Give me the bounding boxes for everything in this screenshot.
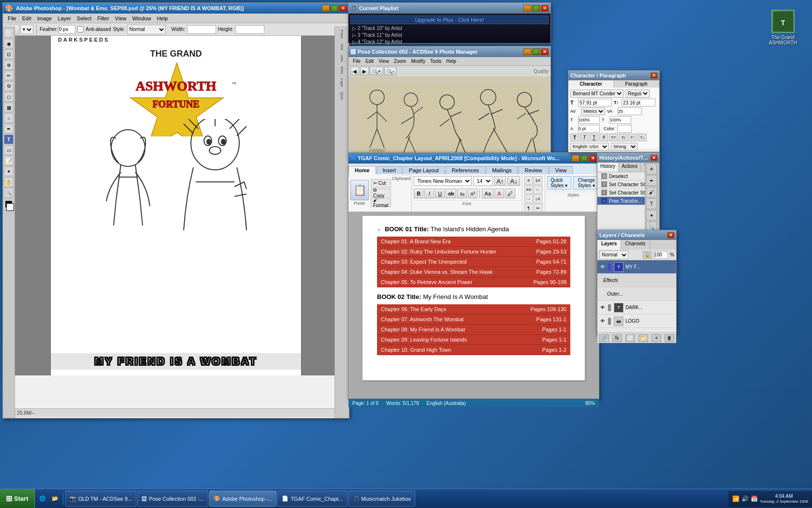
- word-indent-inc-btn[interactable]: →: [524, 194, 533, 203]
- ps-tool-brush2[interactable]: 🖌: [646, 187, 657, 197]
- acdsee-btn-zoom-in[interactable]: 🔍+: [370, 67, 383, 75]
- taskbar-item-photoshop[interactable]: 🎨 Adobe Photoshop -...: [209, 491, 276, 507]
- ps-side-info[interactable]: Info: [340, 55, 344, 61]
- ps-menu-file[interactable]: File: [5, 15, 19, 22]
- system-clock[interactable]: 4:04 AM Tuesday, 2 September 2008: [760, 493, 808, 504]
- start-button[interactable]: ⊞ Start: [0, 489, 35, 508]
- acdsee-btn-back[interactable]: ◀: [350, 67, 359, 75]
- layers-titlebar[interactable]: Layers / Channels ✕: [597, 230, 676, 240]
- photoshop-maximize-btn[interactable]: □: [331, 5, 338, 12]
- ps-menu-filter[interactable]: Filter: [94, 15, 112, 22]
- acdsee-menu-view[interactable]: View: [376, 58, 392, 64]
- ps-side-quic[interactable]: Quic: [340, 92, 344, 100]
- layers-close-btn[interactable]: ✕: [667, 232, 674, 238]
- word-subscript-btn[interactable]: x₂: [457, 189, 467, 198]
- tray-network-icon[interactable]: 📶: [732, 495, 740, 502]
- music-maximize-btn[interactable]: □: [532, 5, 540, 12]
- word-shrink-btn[interactable]: A↓: [508, 176, 520, 186]
- layers-delete-btn[interactable]: 🗑: [665, 334, 674, 342]
- ps-tool-hand[interactable]: ✋: [4, 177, 14, 187]
- layers-folder-btn[interactable]: 📁: [638, 334, 648, 342]
- layers-opacity-input[interactable]: [653, 251, 668, 259]
- ps-menu-edit[interactable]: Edit: [19, 15, 34, 22]
- acdsee-titlebar[interactable]: 🖼 Pose Collection 002 - ACDSee 9 Photo M…: [348, 46, 551, 57]
- ps-tool-zoom[interactable]: 🔍: [4, 188, 14, 197]
- music-track-2[interactable]: ▷ 2 "Track 10" by Artist: [350, 25, 549, 31]
- ps-tool-dodge[interactable]: ○: [4, 113, 14, 123]
- ps-side-func[interactable]: Func: [340, 30, 344, 39]
- ps-menu-select[interactable]: Select: [74, 15, 95, 22]
- ps-side-laye[interactable]: Laye: [340, 78, 344, 87]
- ps-tool-heal[interactable]: ⊕: [4, 60, 14, 70]
- history-titlebar[interactable]: History/Actions/Tools ✕: [597, 153, 659, 163]
- layer-eye-myf[interactable]: 👁: [599, 264, 606, 270]
- photoshop-close-btn[interactable]: ✕: [339, 5, 347, 12]
- char-underline-btn[interactable]: T: [590, 134, 598, 141]
- word-titlebar[interactable]: W TGAF Comic_Chapter Layout_APRIL2008 [C…: [348, 153, 599, 164]
- word-tab-view[interactable]: View: [549, 166, 573, 174]
- word-clearformat-btn[interactable]: Aa: [482, 189, 493, 198]
- char-tracking-input[interactable]: [618, 107, 642, 115]
- character-close-btn[interactable]: ✕: [651, 73, 657, 78]
- word-superscript-btn[interactable]: x²: [468, 189, 478, 198]
- ps-tool-text2[interactable]: T: [646, 198, 657, 209]
- taskbar-item-oldtm[interactable]: 📷 OLD TM - ACDSee 9...: [65, 491, 137, 507]
- word-grow-btn[interactable]: A↑: [494, 176, 506, 186]
- acdsee-btn-forward[interactable]: ▶: [360, 67, 369, 75]
- ps-menu-view[interactable]: View: [112, 15, 130, 22]
- word-indent-dec-btn[interactable]: ←: [534, 185, 542, 194]
- word-bold-btn[interactable]: B: [414, 189, 423, 198]
- acdsee-menu-help[interactable]: Help: [444, 58, 459, 64]
- word-formatpaint-btn[interactable]: 🖌 Format: [371, 198, 391, 207]
- char-hscale-input[interactable]: [578, 116, 600, 124]
- ps-tool-eyedrop2[interactable]: ✦: [646, 210, 657, 221]
- quick-launch-ie[interactable]: 🌐: [37, 493, 48, 505]
- char-super-btn[interactable]: T↑: [628, 134, 637, 141]
- layers-tab-layers[interactable]: Layers: [597, 240, 621, 250]
- word-sort-btn[interactable]: ↕A: [534, 194, 542, 203]
- char-italic-btn[interactable]: T: [580, 134, 589, 141]
- ps-side-wist[interactable]: Wist: [340, 66, 344, 74]
- word-tab-insert[interactable]: Insert: [377, 166, 403, 174]
- layers-mask-btn[interactable]: ⬜: [625, 334, 635, 342]
- word-tab-references[interactable]: References: [446, 166, 485, 174]
- char-strikethrough-btn[interactable]: T̶: [599, 134, 608, 141]
- word-multilevel-btn[interactable]: ≡≡: [524, 185, 533, 194]
- word-bullets-btn[interactable]: ≡: [524, 176, 533, 185]
- word-tab-review[interactable]: Review: [518, 166, 548, 174]
- acdsee-minimize-btn[interactable]: _: [523, 48, 531, 55]
- layer-eye-dark[interactable]: 👁: [599, 304, 606, 311]
- ps-bg-color[interactable]: [6, 203, 14, 211]
- acdsee-menu-modify[interactable]: Modify: [408, 58, 427, 64]
- ps-tool-clone[interactable]: ⧉: [4, 81, 14, 91]
- ps-menu-image[interactable]: Image: [34, 15, 55, 22]
- desktop-icon-tgaf[interactable]: T The Grand ASHWORTH: [764, 10, 802, 45]
- ps-tool-eyedrop[interactable]: ✦: [4, 166, 14, 176]
- layer-outer-glow[interactable]: Outer...: [597, 287, 676, 301]
- word-marks-btn[interactable]: ¶: [524, 204, 533, 212]
- taskbar-item-music[interactable]: 🎵 Musicmatch Jukebox: [348, 491, 416, 507]
- char-leading-input[interactable]: [622, 99, 655, 106]
- word-paste-btn[interactable]: 📋: [350, 180, 369, 200]
- photoshop-titlebar[interactable]: 🎨 Adobe Photoshop - [Wombat & Emu_SEP08.…: [3, 3, 349, 14]
- char-tab-paragraph[interactable]: Paragraph: [614, 80, 659, 88]
- acdsee-close-btn[interactable]: ✕: [541, 48, 549, 55]
- ps-style-select[interactable]: Normal: [127, 25, 166, 34]
- taskbar-item-pose[interactable]: 🖼 Pose Collection 002 -...: [137, 491, 208, 507]
- acdsee-menu-tools[interactable]: Tools: [428, 58, 444, 64]
- layers-new-btn[interactable]: +: [652, 334, 661, 342]
- layer-eye-logo[interactable]: 👁: [599, 318, 606, 325]
- ps-menu-layer[interactable]: Layer: [55, 15, 74, 22]
- layer-dark[interactable]: 👁 T DARK...: [597, 301, 676, 314]
- word-change-styles-btn[interactable]: ChangeStyles ▾: [573, 176, 599, 190]
- word-minimize-btn[interactable]: _: [572, 155, 580, 162]
- word-cut-btn[interactable]: ✂ Cut: [371, 179, 391, 188]
- ps-tool-crop[interactable]: ⊡: [4, 49, 14, 59]
- ps-menu-window[interactable]: Window: [130, 15, 154, 22]
- word-tab-mailings[interactable]: Mailings: [486, 166, 518, 174]
- char-smallcaps-btn[interactable]: Tt: [619, 134, 627, 141]
- ps-antialias-check[interactable]: [77, 26, 84, 32]
- music-minimize-btn[interactable]: _: [523, 5, 531, 12]
- word-quick-styles-btn[interactable]: QuickStyles ▾: [547, 176, 571, 190]
- char-font-select[interactable]: Bernard MT Conden...: [570, 90, 624, 98]
